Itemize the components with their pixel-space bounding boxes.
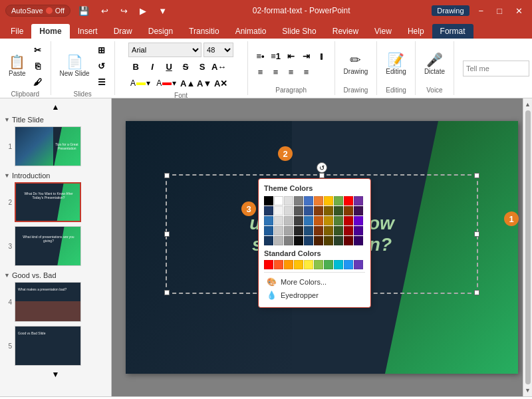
handle-tr[interactable] [474, 173, 479, 178]
redo-button[interactable]: ↪ [116, 5, 132, 17]
bold-button[interactable]: B [128, 59, 143, 74]
dictate-button[interactable]: 🎤 Dictate [421, 51, 448, 77]
vertical-scrollbar[interactable]: ▲ ▼ [523, 98, 532, 396]
color-blue-4[interactable] [304, 216, 313, 225]
color-red[interactable] [344, 196, 353, 205]
drawing-badge[interactable]: Drawing [432, 5, 469, 16]
customize-button[interactable]: ▼ [154, 5, 171, 17]
underline-button[interactable]: U [162, 59, 176, 74]
tab-animations[interactable]: Animatio [227, 24, 275, 39]
slide-thumb-1[interactable]: Tips for a Great Presentation [15, 126, 81, 166]
drawing-button[interactable]: ✏ Drawing [340, 51, 372, 77]
color-blue-5[interactable] [264, 226, 273, 235]
eyedropper-option[interactable]: 💧 Eyedropper [264, 289, 365, 302]
align-left-button[interactable]: ≡ [253, 65, 268, 79]
new-slide-button[interactable]: 📄 New Slide [57, 53, 93, 79]
color-yellow[interactable] [324, 196, 333, 205]
color-purple-4[interactable] [354, 236, 363, 245]
save-button[interactable]: 💾 [74, 5, 93, 17]
tab-help[interactable]: Help [400, 24, 432, 39]
handle-tl[interactable] [164, 173, 170, 178]
shadow-button[interactable]: S [195, 59, 209, 74]
color-orange-2[interactable] [314, 216, 323, 225]
tab-review[interactable]: Review [325, 24, 366, 39]
font-color-dropdown[interactable]: ▾ [172, 78, 176, 88]
handle-bl[interactable] [164, 290, 170, 295]
tell-me-input[interactable] [463, 61, 529, 76]
close-button[interactable]: ✕ [511, 5, 527, 17]
color-gray-light[interactable] [284, 196, 293, 205]
bullets-button[interactable]: ≡• [253, 49, 268, 63]
color-blue[interactable] [304, 196, 313, 205]
color-white[interactable] [274, 196, 283, 205]
color-gold-1[interactable] [324, 206, 333, 215]
slide-thumb-4[interactable]: What makes a presentation bad? [15, 282, 81, 322]
color-gray-7[interactable] [274, 226, 283, 235]
paste-button[interactable]: 📋 Paste [5, 53, 29, 79]
slide-item-2[interactable]: 2 What Do You Want to Know After Today's… [3, 181, 108, 223]
std-color-2[interactable] [274, 260, 283, 269]
color-purple[interactable] [354, 196, 363, 205]
slide-item-1[interactable]: 1 Tips for a Great Presentation [3, 125, 108, 168]
color-gray-3[interactable] [294, 206, 303, 215]
more-colors-option[interactable]: 🎨 More Colors... [264, 275, 365, 289]
color-brown-2[interactable] [314, 226, 323, 235]
handle-ml[interactable] [164, 231, 170, 237]
color-gray[interactable] [294, 196, 303, 205]
font-color-button[interactable]: A ▾ [154, 77, 178, 89]
color-green[interactable] [334, 196, 343, 205]
align-right-button[interactable]: ≡ [284, 65, 299, 79]
std-color-5[interactable] [304, 260, 313, 269]
decrease-indent-button[interactable]: ⇤ [284, 49, 299, 63]
slide-thumb-2[interactable]: What Do You Want to Know After Today's P… [15, 182, 81, 222]
tab-design[interactable]: Design [140, 24, 181, 39]
tab-home[interactable]: Home [31, 24, 69, 39]
slide-thumb-3[interactable]: What kind of presentations are you givin… [15, 226, 81, 266]
minimize-button[interactable]: − [475, 5, 488, 17]
maximize-button[interactable]: □ [493, 5, 506, 17]
decrease-font-button[interactable]: A▼ [197, 76, 211, 90]
std-color-7[interactable] [324, 260, 333, 269]
justify-button[interactable]: ≡ [299, 65, 314, 79]
color-gray-4[interactable] [274, 216, 283, 225]
section-arrow-2[interactable]: ▼ [4, 172, 10, 179]
color-blue-7[interactable] [264, 236, 273, 245]
std-color-9[interactable] [344, 260, 353, 269]
align-center-button[interactable]: ≡ [269, 65, 283, 79]
color-gold-4[interactable] [324, 236, 333, 245]
numbering-button[interactable]: ≡1 [269, 49, 283, 63]
color-red-4[interactable] [344, 236, 353, 245]
autosave-toggle[interactable]: AutoSave Off [5, 5, 70, 17]
scroll-thumb[interactable] [525, 110, 531, 384]
tab-file[interactable]: File [3, 24, 31, 39]
color-gray-10[interactable] [274, 236, 283, 245]
slide-thumb-5[interactable]: Good vs Bad Slide [15, 326, 81, 366]
cut-button[interactable]: ✂ [31, 43, 45, 57]
undo-button[interactable]: ↩ [97, 5, 112, 17]
scroll-down[interactable]: ▼ [3, 368, 108, 380]
slide-item-5[interactable]: 5 Good vs Bad Slide [3, 325, 108, 367]
scroll-up[interactable]: ▲ [3, 101, 108, 113]
handle-br[interactable] [474, 290, 479, 295]
color-gray-5[interactable] [284, 216, 293, 225]
color-purple-2[interactable] [354, 216, 363, 225]
font-family-select[interactable]: Arial [128, 43, 201, 57]
color-gray-2[interactable] [284, 206, 293, 215]
color-orange-1[interactable] [344, 206, 353, 215]
color-blue-3[interactable] [264, 216, 273, 225]
tab-transitions[interactable]: Transitio [181, 24, 227, 39]
color-orange[interactable] [314, 196, 323, 205]
color-purple-1[interactable] [354, 206, 363, 215]
color-green-3[interactable] [334, 226, 343, 235]
color-gold-3[interactable] [324, 226, 333, 235]
color-gray-9[interactable] [294, 226, 303, 235]
tab-slideshow[interactable]: Slide Sho [274, 24, 324, 39]
slide-item-3[interactable]: 3 What kind of presentations are you giv… [3, 225, 108, 267]
char-spacing-button[interactable]: A↔ [211, 59, 226, 74]
italic-button[interactable]: I [145, 59, 160, 74]
color-gray-11[interactable] [284, 236, 293, 245]
rotate-handle[interactable]: ↺ [317, 162, 327, 173]
copy-button[interactable]: ⎘ [31, 59, 45, 73]
color-dark-blue-1[interactable] [264, 206, 273, 215]
format-painter-button[interactable]: 🖌 [31, 74, 45, 89]
